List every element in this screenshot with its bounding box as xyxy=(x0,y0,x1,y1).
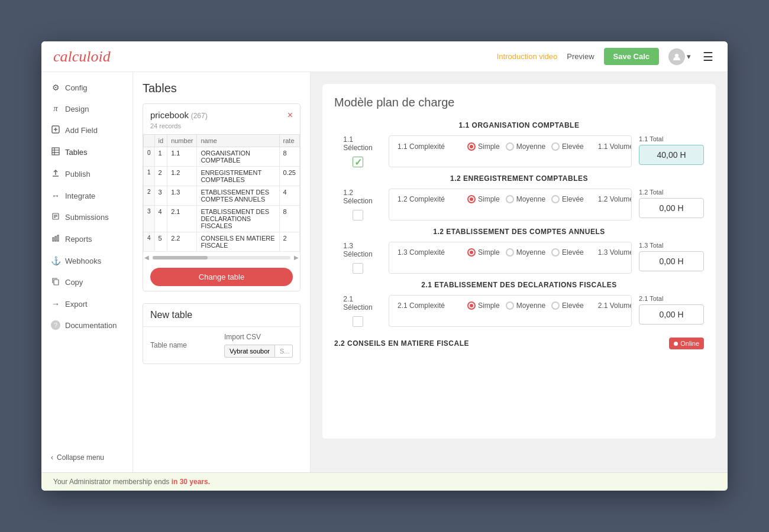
cell-rate: 0.25 xyxy=(279,167,299,186)
online-badge: Online xyxy=(669,338,704,349)
publish-icon xyxy=(51,169,60,179)
radio-item[interactable]: Moyenne xyxy=(506,248,545,257)
radio-item[interactable]: Elevée xyxy=(551,301,584,310)
selection-checkbox[interactable] xyxy=(353,316,363,327)
hamburger-button[interactable]: ☰ xyxy=(700,47,716,66)
config-icon: ⚙ xyxy=(51,83,60,92)
cell-rate: 2 xyxy=(279,232,299,252)
cell-name: ENREGISTREMENT COMPTABLES xyxy=(197,167,279,186)
cell-number: 1.2 xyxy=(167,167,197,186)
table-scroll-area: ◀ ▶ xyxy=(143,252,300,263)
radio-label: Moyenne xyxy=(516,142,545,151)
save-calc-button[interactable]: Save Calc xyxy=(604,48,659,65)
file-select-button[interactable]: Vybrat soubor xyxy=(224,345,275,358)
sidebar-item-integrate[interactable]: ↔ Integrate xyxy=(41,185,133,206)
sidebar-item-config[interactable]: ⚙ Config xyxy=(41,77,133,98)
collapse-menu-label: Collapse menu xyxy=(57,453,104,462)
sidebar-label-documentation: Documentation xyxy=(65,321,117,330)
intro-video-link[interactable]: Introduction video xyxy=(497,52,558,61)
sidebar-label-integrate: Integrate xyxy=(65,192,95,200)
radio-label: Elevée xyxy=(562,195,584,203)
cell-id: 2 xyxy=(154,167,167,186)
total-label: 2.1 Total xyxy=(639,295,704,302)
radio-item[interactable]: Elevée xyxy=(551,248,584,257)
sidebar-item-tables[interactable]: Tables xyxy=(41,141,133,163)
scroll-right-arrow[interactable]: ▶ xyxy=(293,254,300,261)
cell-name: CONSEILS EN MATIERE FISCALE xyxy=(197,232,279,252)
calc-card: Modèle plan de charge 1.1 ORGANISATION C… xyxy=(322,84,716,439)
table-scrollbar-thumb xyxy=(153,256,208,259)
user-menu-button[interactable]: ▾ xyxy=(668,48,691,65)
change-table-button[interactable]: Change table xyxy=(150,268,293,286)
radio-item[interactable]: Simple xyxy=(467,248,500,257)
total-label: 1.2 Total xyxy=(639,189,704,196)
sidebar-item-export[interactable]: → Export xyxy=(41,293,133,314)
sidebar-item-publish[interactable]: Publish xyxy=(41,163,133,185)
complexity-label: 2.1 Complexité xyxy=(398,301,463,310)
pricebook-title-area: pricebook (267) xyxy=(150,110,208,120)
sidebar-item-submissions[interactable]: Submissions xyxy=(41,206,133,228)
section-1_3: 1.2 ETABLISSEMENT DES COMPTES ANNUELS 1.… xyxy=(334,228,704,274)
cell-rate: 8 xyxy=(279,147,299,167)
reports-icon xyxy=(51,234,60,244)
radio-group: Simple Moyenne Elevée xyxy=(467,142,584,151)
pricebook-name: pricebook xyxy=(150,110,189,120)
sidebar-label-webhooks: Webhooks xyxy=(65,257,101,265)
selection-checkbox[interactable]: ✓ xyxy=(353,157,363,167)
online-label: Online xyxy=(680,340,699,347)
sidebar-label-submissions: Submissions xyxy=(65,213,109,222)
radio-item[interactable]: Simple xyxy=(467,301,500,310)
col-header-name: name xyxy=(197,135,279,147)
table-scrollbar[interactable] xyxy=(153,256,290,259)
row-block-1_1: 1.1Sélection ✓ 1.1 Complexité Simple Moy… xyxy=(334,135,704,167)
table-row: 1 2 1.2 ENREGISTREMENT COMPTABLES 0.25 xyxy=(144,167,300,186)
table-row: 2 3 1.3 ETABLISSEMENT DES COMPTES ANNUEL… xyxy=(144,186,300,206)
calc-preview: Modèle plan de charge 1.1 ORGANISATION C… xyxy=(311,72,728,472)
scroll-left-arrow[interactable]: ◀ xyxy=(143,254,150,261)
add-field-icon xyxy=(51,125,60,135)
radio-item[interactable]: Moyenne xyxy=(506,301,545,310)
tables-panel: Tables pricebook (267) × 24 records xyxy=(133,72,311,472)
selection-cell-1_2: 1.2Sélection xyxy=(334,189,382,220)
sidebar-item-design[interactable]: π Design xyxy=(41,98,133,119)
topbar: calculoid Introduction video Preview Sav… xyxy=(41,41,728,72)
sidebar-item-documentation[interactable]: ? Documentation xyxy=(41,314,133,336)
radio-item[interactable]: Simple xyxy=(467,195,500,203)
radio-item[interactable]: Simple xyxy=(467,142,500,151)
section-footer: 2.2 CONSEILS EN MATIERE FISCALE Online xyxy=(334,334,704,353)
pricebook-close-button[interactable]: × xyxy=(287,111,293,120)
pricebook-records: 24 records xyxy=(143,122,300,134)
content-area: Tables pricebook (267) × 24 records xyxy=(133,72,728,472)
sidebar-item-add-field[interactable]: Add Field xyxy=(41,119,133,141)
cell-id: 3 xyxy=(154,186,167,206)
cell-rate: 8 xyxy=(279,206,299,232)
selection-cell-1_1: 1.1Sélection ✓ xyxy=(334,135,382,167)
design-icon: π xyxy=(51,104,60,113)
radio-item[interactable]: Moyenne xyxy=(506,142,545,151)
status-bar: Your Administrator membership ends in 30… xyxy=(41,472,728,491)
selection-label: 1.2Sélection xyxy=(343,189,372,205)
selection-checkbox[interactable] xyxy=(353,263,363,274)
radio-item[interactable]: Moyenne xyxy=(506,195,545,203)
radio-circle xyxy=(506,248,514,257)
sidebar-item-webhooks[interactable]: ⚓ Webhooks xyxy=(41,250,133,271)
radio-label: Moyenne xyxy=(516,301,545,310)
radio-item[interactable]: Elevée xyxy=(551,195,584,203)
sidebar-item-copy[interactable]: Copy xyxy=(41,271,133,293)
radio-dot xyxy=(470,197,473,201)
radio-circle xyxy=(551,301,560,310)
row-num: 1 xyxy=(144,167,155,186)
topbar-actions: Introduction video Preview Save Calc ▾ ☰ xyxy=(497,47,716,66)
radio-label: Moyenne xyxy=(516,195,545,203)
collapse-menu-button[interactable]: ‹ Collapse menu xyxy=(41,447,133,468)
radio-item[interactable]: Elevée xyxy=(551,142,584,151)
selection-checkbox[interactable] xyxy=(353,210,363,220)
status-text: Your Administrator membership ends xyxy=(53,478,172,486)
total-block-1_2: 1.2 Total 0,00 H xyxy=(639,189,704,220)
sidebar-item-reports[interactable]: Reports xyxy=(41,228,133,250)
detail-row: 1.1 Complexité Simple Moyenne Elevée xyxy=(398,142,623,151)
preview-button[interactable]: Preview xyxy=(567,52,594,61)
volume-label: 1.2 Volume xyxy=(598,195,632,203)
sidebar-label-reports: Reports xyxy=(65,235,92,244)
radio-circle xyxy=(506,301,514,310)
